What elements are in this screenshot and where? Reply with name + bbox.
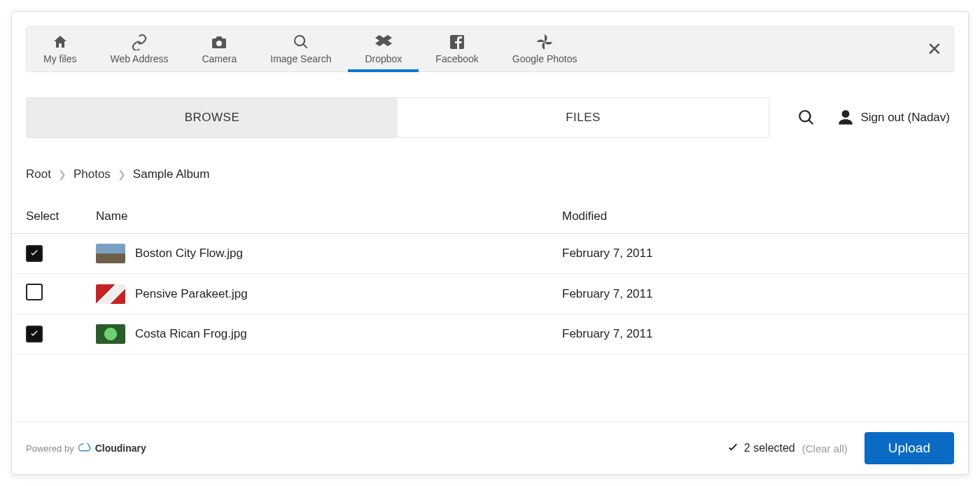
file-thumbnail — [96, 244, 125, 263]
file-thumbnail — [96, 324, 125, 344]
col-modified: Modified — [562, 209, 954, 223]
file-name: Boston City Flow.jpg — [135, 247, 243, 261]
source-tab-label: Web Address — [110, 53, 168, 64]
table-header: Select Name Modified — [12, 200, 968, 234]
chevron-right-icon: ❯ — [118, 169, 126, 180]
check-icon — [726, 441, 740, 455]
source-tab-label: Dropbox — [365, 53, 402, 64]
source-tab-label: Google Photos — [512, 53, 578, 64]
signout-label: Sign out (Nadav) — [860, 111, 950, 125]
search-icon[interactable] — [797, 109, 816, 127]
googlephotos-icon — [536, 34, 553, 50]
checkbox[interactable] — [26, 284, 43, 300]
source-tab-label: Facebook — [435, 53, 478, 64]
chevron-right-icon: ❯ — [58, 169, 66, 180]
close-icon[interactable]: ✕ — [927, 40, 942, 58]
col-name: Name — [96, 209, 562, 223]
clear-all-link[interactable]: (Clear all) — [802, 443, 848, 454]
breadcrumb: Root ❯ Photos ❯ Sample Album — [26, 167, 954, 181]
checkbox[interactable] — [26, 245, 43, 262]
link-icon — [131, 34, 148, 50]
source-tab-imagesearch[interactable]: Image Search — [253, 27, 348, 71]
source-tab-myfiles[interactable]: My files — [27, 27, 93, 71]
file-modified: February 7, 2011 — [562, 247, 954, 261]
file-name: Costa Rican Frog.jpg — [135, 327, 247, 341]
brand-name: Cloudinary — [95, 443, 146, 454]
subnav: BROWSE FILES Sign out (Nadav) — [26, 97, 954, 138]
source-tabs: My files Web Address Camera Image Search… — [26, 26, 954, 72]
dropbox-icon — [375, 34, 392, 50]
powered-by: Powered by Cloudinary — [26, 443, 146, 454]
crumb-photos[interactable]: Photos — [74, 167, 111, 181]
subtab-files[interactable]: FILES — [398, 98, 769, 137]
table-row[interactable]: Boston City Flow.jpg February 7, 2011 — [12, 234, 968, 274]
table-row[interactable]: Pensive Parakeet.jpg February 7, 2011 — [12, 274, 968, 314]
user-icon — [836, 109, 855, 127]
source-tab-camera[interactable]: Camera — [185, 27, 253, 71]
home-icon — [52, 34, 69, 50]
cloudinary-icon — [78, 443, 91, 453]
facebook-icon — [449, 34, 465, 50]
file-table: Select Name Modified Boston City Flow.jp… — [12, 200, 968, 422]
selected-text: 2 selected — [744, 442, 795, 454]
source-tab-label: Image Search — [270, 53, 331, 64]
source-tab-label: My files — [43, 53, 76, 64]
upload-widget: My files Web Address Camera Image Search… — [11, 11, 969, 475]
table-row[interactable]: Costa Rican Frog.jpg February 7, 2011 — [12, 314, 968, 354]
file-modified: February 7, 2011 — [562, 287, 954, 301]
source-tab-webaddress[interactable]: Web Address — [93, 27, 185, 71]
subtabs: BROWSE FILES — [26, 97, 769, 138]
file-thumbnail — [96, 284, 125, 304]
file-modified: February 7, 2011 — [562, 327, 954, 341]
selected-count: 2 selected — [726, 441, 795, 455]
search-icon — [293, 34, 309, 50]
source-tab-label: Camera — [202, 53, 237, 64]
crumb-root[interactable]: Root — [26, 167, 51, 181]
checkbox[interactable] — [26, 326, 43, 342]
crumb-current: Sample Album — [133, 167, 210, 181]
upload-button[interactable]: Upload — [864, 432, 954, 464]
subtab-browse[interactable]: BROWSE — [27, 98, 398, 137]
source-tab-dropbox[interactable]: Dropbox — [348, 27, 419, 71]
signout-link[interactable]: Sign out (Nadav) — [836, 109, 950, 127]
source-tab-googlephotos[interactable]: Google Photos — [496, 27, 594, 71]
footer: Powered by Cloudinary 2 selected (Clear … — [12, 422, 968, 474]
source-tab-facebook[interactable]: Facebook — [419, 27, 495, 71]
powered-label: Powered by — [26, 443, 74, 454]
camera-icon — [211, 34, 227, 50]
file-name: Pensive Parakeet.jpg — [135, 287, 248, 301]
col-select: Select — [26, 209, 96, 223]
